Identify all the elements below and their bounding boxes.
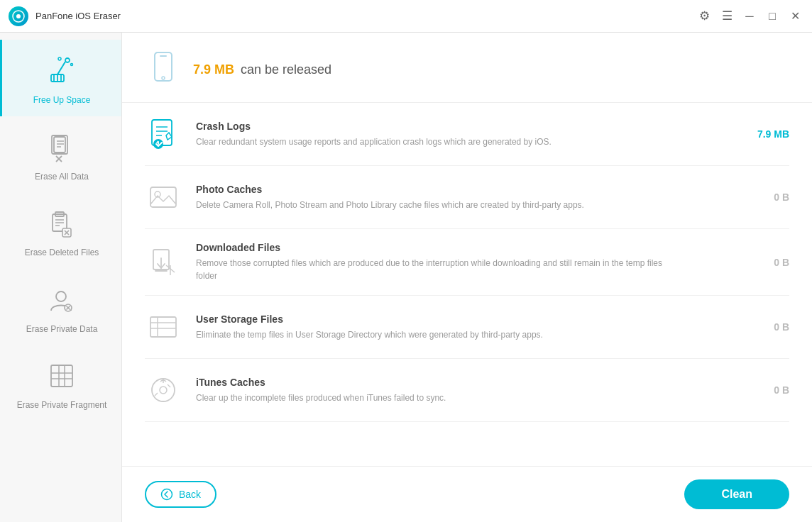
- release-size: 7.9 MB: [193, 62, 234, 77]
- downloaded-files-icon: [145, 244, 182, 281]
- svg-rect-51: [150, 317, 176, 337]
- sidebar-item-erase-private-fragment[interactable]: Erase Private Fragment: [0, 345, 121, 421]
- window-controls: ⚙ ☰ ─ □ ✕: [696, 9, 803, 23]
- svg-point-8: [58, 57, 61, 60]
- erase-all-data-label: Erase All Data: [35, 172, 89, 183]
- svg-point-7: [65, 58, 70, 62]
- list-item-crash-logs: Crash Logs Clear redundant system usage …: [145, 103, 789, 166]
- itunes-caches-icon: [145, 372, 182, 409]
- erase-private-data-icon: [43, 282, 80, 318]
- photo-caches-info: Photo Caches Delete Camera Roll, Photo S…: [196, 184, 733, 211]
- list-item-itunes-caches: iTunes Caches Clear up the incomplete fi…: [145, 359, 789, 422]
- crash-logs-title: Crash Logs: [196, 121, 733, 132]
- svg-point-36: [162, 77, 165, 79]
- downloaded-files-title: Downloaded Files: [196, 242, 733, 253]
- user-storage-files-info: User Storage Files Eliminate the temp fi…: [196, 313, 733, 341]
- svg-point-25: [56, 291, 66, 301]
- downloaded-files-size: 0 B: [747, 257, 789, 268]
- release-text: can be released: [237, 62, 331, 77]
- svg-rect-29: [51, 365, 72, 387]
- content-header: 7.9 MB can be released: [122, 33, 812, 103]
- menu-icon[interactable]: ☰: [718, 9, 735, 23]
- photo-caches-desc: Delete Camera Roll, Photo Stream and Pho…: [196, 199, 679, 211]
- erase-private-fragment-icon: [43, 357, 80, 394]
- itunes-caches-desc: Clear up the incomplete files produced w…: [196, 392, 679, 404]
- list-item-downloaded-files: Downloaded Files Remove those corrupted …: [145, 229, 789, 296]
- erase-deleted-files-icon: [43, 205, 80, 242]
- maximize-icon[interactable]: □: [764, 10, 781, 23]
- list-item-user-storage-files: User Storage Files Eliminate the temp fi…: [145, 296, 789, 359]
- free-up-space-label: Free Up Space: [33, 95, 91, 106]
- phone-icon: [145, 50, 182, 89]
- sidebar-item-erase-deleted-files[interactable]: Erase Deleted Files: [0, 192, 121, 269]
- sidebar-item-erase-all-data[interactable]: Erase All Data: [0, 116, 121, 193]
- crash-logs-info: Crash Logs Clear redundant system usage …: [196, 121, 733, 148]
- user-storage-files-icon: [145, 309, 182, 345]
- content-footer: Back Clean: [122, 466, 812, 522]
- close-icon[interactable]: ✕: [786, 9, 803, 23]
- svg-point-56: [160, 387, 167, 394]
- list-item-photo-caches: Photo Caches Delete Camera Roll, Photo S…: [145, 166, 789, 229]
- items-list: Crash Logs Clear redundant system usage …: [122, 103, 812, 466]
- release-info: 7.9 MB can be released: [193, 62, 331, 77]
- photo-caches-title: Photo Caches: [196, 184, 733, 195]
- settings-icon[interactable]: ⚙: [696, 9, 713, 23]
- clean-button[interactable]: Clean: [684, 479, 789, 509]
- svg-rect-44: [150, 187, 176, 207]
- crash-logs-desc: Clear redundant system usage reports and…: [196, 135, 679, 148]
- user-storage-files-size: 0 B: [747, 321, 789, 333]
- itunes-caches-title: iTunes Caches: [196, 377, 733, 388]
- back-button[interactable]: Back: [145, 481, 216, 508]
- back-label: Back: [179, 489, 201, 500]
- minimize-icon[interactable]: ─: [741, 10, 758, 23]
- sidebar: Free Up Space Erase All Data: [0, 33, 122, 522]
- erase-all-data-icon: [43, 129, 80, 166]
- main-layout: Free Up Space Erase All Data: [0, 33, 812, 522]
- svg-line-58: [168, 384, 170, 387]
- svg-point-9: [71, 64, 73, 66]
- user-storage-files-desc: Eliminate the temp files in User Storage…: [196, 328, 679, 341]
- downloaded-files-desc: Remove those corrupted files which are p…: [196, 257, 679, 282]
- user-storage-files-title: User Storage Files: [196, 313, 733, 325]
- itunes-caches-info: iTunes Caches Clear up the incomplete fi…: [196, 377, 733, 404]
- crash-logs-icon: [145, 116, 182, 152]
- title-bar-left: PanFone iOS Eraser: [9, 6, 121, 26]
- app-title: PanFone iOS Eraser: [35, 11, 121, 21]
- itunes-caches-size: 0 B: [747, 384, 789, 396]
- svg-point-1: [16, 14, 21, 18]
- svg-point-60: [162, 489, 172, 500]
- erase-deleted-files-label: Erase Deleted Files: [25, 248, 99, 259]
- content-area: 7.9 MB can be released: [122, 33, 812, 522]
- photo-caches-size: 0 B: [747, 191, 789, 203]
- erase-private-fragment-label: Erase Private Fragment: [17, 400, 107, 411]
- app-icon: [9, 6, 28, 26]
- svg-line-59: [155, 393, 158, 396]
- title-bar: PanFone iOS Eraser ⚙ ☰ ─ □ ✕: [0, 0, 812, 33]
- svg-line-6: [57, 62, 65, 74]
- svg-rect-10: [54, 137, 65, 152]
- crash-logs-size: 7.9 MB: [747, 128, 789, 140]
- photo-caches-icon: [145, 179, 182, 216]
- erase-private-data-label: Erase Private Data: [26, 324, 98, 335]
- free-up-space-icon: [43, 52, 80, 89]
- downloaded-files-info: Downloaded Files Remove those corrupted …: [196, 242, 733, 282]
- sidebar-item-erase-private-data[interactable]: Erase Private Data: [0, 269, 121, 345]
- sidebar-item-free-up-space[interactable]: Free Up Space: [0, 40, 121, 116]
